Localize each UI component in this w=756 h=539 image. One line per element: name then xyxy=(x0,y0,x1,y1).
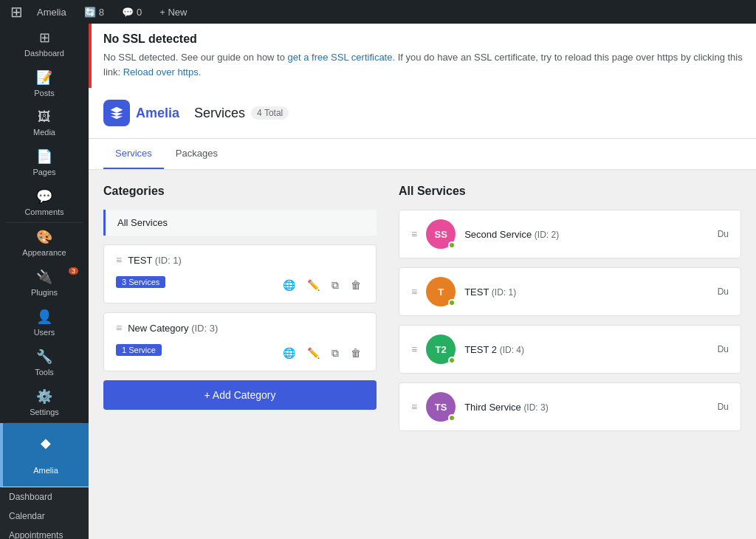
sidebar-item-amelia-dashboard[interactable]: Dashboard xyxy=(0,487,89,507)
service-name: Second Service (ID: 2) xyxy=(464,229,559,240)
sidebar-item-users[interactable]: 👤 Users xyxy=(0,303,89,343)
sidebar-item-posts[interactable]: 📝 Posts xyxy=(0,63,89,103)
tab-services[interactable]: Services xyxy=(103,139,164,169)
sidebar-item-comments[interactable]: 💬 Comments xyxy=(0,182,89,222)
sidebar-item-amelia[interactable]: ◆ Amelia xyxy=(0,423,89,487)
category-globe-button[interactable]: 🌐 xyxy=(280,346,298,360)
sidebar-item-label: Tools xyxy=(35,368,54,377)
service-action-du[interactable]: Du xyxy=(718,344,729,354)
service-actions: Du xyxy=(718,286,729,297)
table-row: ≡ SS Second Service (ID: 2) Du xyxy=(399,210,741,258)
admin-bar-new[interactable]: + New xyxy=(152,7,194,18)
settings-icon: ⚙️ xyxy=(36,388,52,405)
drag-handle-icon: ≡ xyxy=(411,286,417,298)
sidebar-item-pages[interactable]: 📄 Pages xyxy=(0,143,89,182)
sidebar-item-tools[interactable]: 🔧 Tools xyxy=(0,343,89,382)
tab-packages[interactable]: Packages xyxy=(164,139,230,169)
service-name: TEST 2 (ID: 4) xyxy=(464,344,524,355)
table-row: ≡ T2 TEST 2 (ID: 4) Du xyxy=(399,325,741,374)
all-services-category[interactable]: All Services xyxy=(103,210,377,236)
sidebar-item-amelia-calendar[interactable]: Calendar xyxy=(0,507,89,526)
dashboard-icon: ⊞ xyxy=(39,30,50,46)
category-edit-button[interactable]: ✏️ xyxy=(304,278,323,292)
category-name: TEST (ID: 1) xyxy=(128,255,182,266)
service-name: Third Service (ID: 3) xyxy=(464,402,549,413)
avatar: T xyxy=(426,277,456,306)
admin-bar-updates[interactable]: 🔄 8 xyxy=(77,0,111,24)
sidebar-item-label: Dashboard xyxy=(24,49,64,58)
sidebar-item-amelia-appointments[interactable]: Appointments xyxy=(0,526,89,539)
sidebar-item-label: Posts xyxy=(34,89,55,97)
posts-icon: 📝 xyxy=(36,69,52,86)
avatar: TS xyxy=(426,392,456,422)
list-item: ≡ TEST (ID: 1) 3 Services 🌐 ✏️ ⧉ xyxy=(103,244,377,303)
service-action-du[interactable]: Du xyxy=(718,402,729,412)
plugins-icon: 🔌 xyxy=(36,269,52,285)
pages-icon: 📄 xyxy=(36,148,52,165)
category-name: New Category (ID: 3) xyxy=(128,323,218,334)
sidebar-item-label: Media xyxy=(33,128,55,137)
service-action-du[interactable]: Du xyxy=(718,286,729,297)
category-edit-button[interactable]: ✏️ xyxy=(304,346,323,360)
category-copy-button[interactable]: ⧉ xyxy=(329,346,342,361)
sidebar-item-label: Amelia xyxy=(33,466,58,475)
ssl-link[interactable]: get a free SSL certificate xyxy=(288,52,393,63)
ssl-notice: No SSL detected No SSL detected. See our… xyxy=(89,24,756,88)
categories-title: Categories xyxy=(103,185,377,198)
all-services-panel: All Services ≡ SS Second Service (ID: 2)… xyxy=(377,185,741,524)
avatar: SS xyxy=(426,219,456,249)
category-badge: 1 Service xyxy=(116,344,162,356)
drag-handle-icon: ≡ xyxy=(411,401,417,413)
amelia-sub-label: Calendar xyxy=(9,511,45,521)
avatar-status-dot xyxy=(448,357,456,364)
avatar-status-dot xyxy=(448,414,456,422)
content-area: Categories All Services ≡ TEST (ID: 1) xyxy=(89,170,756,539)
admin-bar: ⊞ Amelia 🔄 8 💬 0 + New xyxy=(0,0,756,24)
appearance-icon: 🎨 xyxy=(36,229,52,245)
sidebar-item-media[interactable]: 🖼 Media xyxy=(0,103,89,143)
sidebar-item-label: Plugins xyxy=(31,288,58,297)
sidebar-item-settings[interactable]: ⚙️ Settings xyxy=(0,382,89,422)
categories-panel: Categories All Services ≡ TEST (ID: 1) xyxy=(103,185,377,524)
ssl-notice-title: No SSL detected xyxy=(103,32,744,46)
drag-handle-icon: ≡ xyxy=(116,322,122,334)
drag-handle-icon: ≡ xyxy=(411,343,417,355)
plugins-badge: 3 xyxy=(69,267,78,275)
category-id: (ID: 1) xyxy=(155,255,182,266)
comments-icon: 💬 xyxy=(36,188,52,205)
service-action-du[interactable]: Du xyxy=(718,229,729,239)
sidebar-item-label: Pages xyxy=(32,168,55,176)
tabs-bar: Services Packages xyxy=(89,139,756,170)
table-row: ≡ TS Third Service (ID: 3) Du xyxy=(399,382,741,431)
avatar-status-dot xyxy=(448,241,456,249)
page-title: Services 4 Total xyxy=(194,106,289,121)
category-actions: 🌐 ✏️ ⧉ 🗑 xyxy=(280,278,364,293)
admin-bar-site-name[interactable]: Amelia xyxy=(30,0,74,24)
sidebar-item-plugins[interactable]: 🔌 Plugins 3 xyxy=(0,263,89,303)
ssl-notice-body: No SSL detected. See our guide on how to… xyxy=(103,50,744,79)
category-actions: 🌐 ✏️ ⧉ 🗑 xyxy=(280,346,364,361)
add-category-button[interactable]: + Add Category xyxy=(103,380,377,410)
wp-logo-icon[interactable]: ⊞ xyxy=(6,1,27,22)
sidebar: ⊞ Dashboard 📝 Posts 🖼 Media 📄 Pages 💬 Co… xyxy=(0,24,89,539)
sidebar-item-label: Comments xyxy=(24,207,63,216)
category-delete-button[interactable]: 🗑 xyxy=(348,278,364,292)
users-icon: 👤 xyxy=(36,309,52,325)
sidebar-item-label: Appearance xyxy=(22,248,66,257)
table-row: ≡ T TEST (ID: 1) Du xyxy=(399,267,741,316)
amelia-sub-label: Appointments xyxy=(9,530,63,539)
category-globe-button[interactable]: 🌐 xyxy=(280,278,298,292)
sidebar-item-appearance[interactable]: 🎨 Appearance xyxy=(0,223,89,263)
list-item: ≡ New Category (ID: 3) 1 Service 🌐 ✏️ xyxy=(103,312,377,371)
avatar: T2 xyxy=(426,334,456,364)
reload-ssl-link[interactable]: Reload over https. xyxy=(123,66,202,78)
sidebar-item-dashboard[interactable]: ⊞ Dashboard xyxy=(0,24,89,63)
amelia-sub-label: Dashboard xyxy=(9,492,52,502)
category-copy-button[interactable]: ⧉ xyxy=(329,278,342,293)
amelia-icon: ◆ xyxy=(41,435,51,451)
tools-icon: 🔧 xyxy=(36,349,52,365)
admin-bar-comments[interactable]: 💬 0 xyxy=(114,0,149,24)
category-delete-button[interactable]: 🗑 xyxy=(348,346,364,360)
amelia-logo: Amelia xyxy=(103,100,179,126)
drag-handle-icon: ≡ xyxy=(411,228,417,240)
